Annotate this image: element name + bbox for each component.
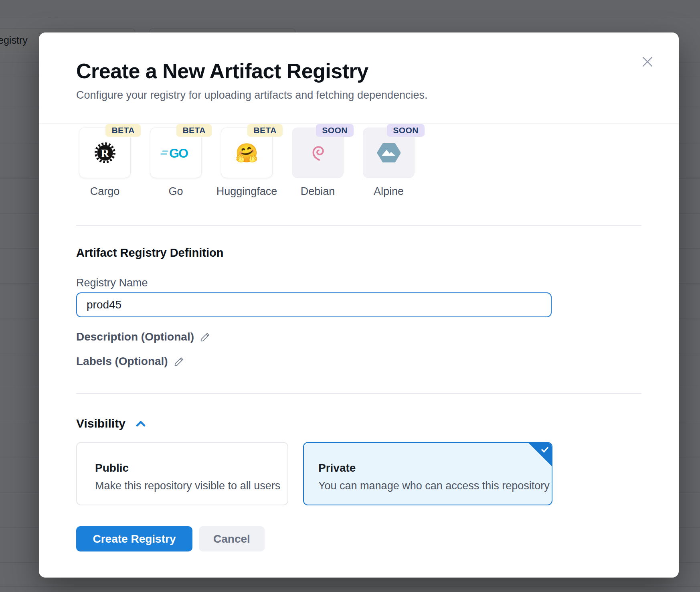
create-registry-button[interactable]: Create Registry (76, 526, 192, 551)
visibility-option-public[interactable]: Public Make this repository visible to a… (76, 442, 288, 505)
cargo-rust-gear-icon: R (94, 142, 116, 164)
type-label: Alpine (374, 185, 404, 197)
visibility-section-toggle[interactable]: Visibility (76, 416, 641, 431)
soon-badge: SOON (387, 124, 425, 137)
checkmark-icon (540, 445, 549, 456)
visibility-heading: Visibility (76, 416, 125, 431)
cancel-button[interactable]: Cancel (199, 526, 265, 551)
huggingface-emoji-icon: 🤗 (235, 144, 258, 162)
type-label: Huggingface (216, 185, 277, 197)
registry-type-go[interactable]: BETA GO Go (150, 124, 202, 197)
divider (76, 393, 641, 394)
definition-section-heading: Artifact Registry Definition (76, 246, 641, 260)
registry-type-huggingface[interactable]: BETA 🤗 Huggingface (221, 124, 273, 197)
go-logo-icon: GO (160, 144, 192, 161)
modal-subtitle: Configure your registry for uploading ar… (76, 89, 641, 101)
option-description: You can manage who can access this repos… (318, 479, 552, 492)
debian-swirl-icon (308, 143, 328, 163)
labels-row: Labels (Optional) (76, 355, 641, 368)
registry-type-row: BETA R Cargo BETA (79, 124, 641, 197)
close-icon (641, 56, 653, 68)
registry-name-label: Registry Name (76, 276, 641, 289)
type-label: Go (168, 185, 183, 197)
registry-type-cargo[interactable]: BETA R Cargo (79, 124, 131, 197)
soon-badge: SOON (316, 124, 354, 137)
labels-label: Labels (Optional) (76, 355, 168, 368)
modal-title: Create a New Artifact Registry (76, 60, 641, 82)
registry-type-alpine: SOON Alpine (363, 124, 415, 197)
registry-name-input[interactable] (76, 292, 552, 317)
create-registry-modal: Create a New Artifact Registry Configure… (39, 32, 679, 578)
description-label: Description (Optional) (76, 330, 194, 344)
visibility-options: Public Make this repository visible to a… (76, 442, 641, 505)
type-label: Cargo (90, 185, 120, 197)
modal-header: Create a New Artifact Registry Configure… (39, 32, 679, 124)
edit-labels-pencil-icon[interactable] (174, 356, 184, 367)
modal-actions: Create Registry Cancel (76, 526, 641, 551)
chevron-up-icon (136, 420, 146, 427)
option-title: Public (95, 462, 287, 474)
option-title: Private (318, 462, 552, 474)
registry-type-debian: SOON Debian (292, 124, 344, 197)
type-label: Debian (301, 185, 335, 197)
description-row: Description (Optional) (76, 330, 641, 344)
beta-badge: BETA (105, 124, 141, 137)
option-description: Make this repository visible to all user… (95, 479, 287, 492)
svg-text:GO: GO (169, 146, 188, 160)
beta-badge: BETA (176, 124, 212, 137)
divider (76, 225, 641, 226)
svg-text:R: R (101, 147, 109, 160)
close-button[interactable] (638, 53, 657, 71)
visibility-option-private[interactable]: Private You can manage who can access th… (303, 442, 552, 505)
edit-description-pencil-icon[interactable] (200, 332, 210, 343)
beta-badge: BETA (247, 124, 283, 137)
modal-content: BETA R Cargo BETA (39, 124, 679, 551)
alpine-mountain-icon (377, 143, 401, 163)
